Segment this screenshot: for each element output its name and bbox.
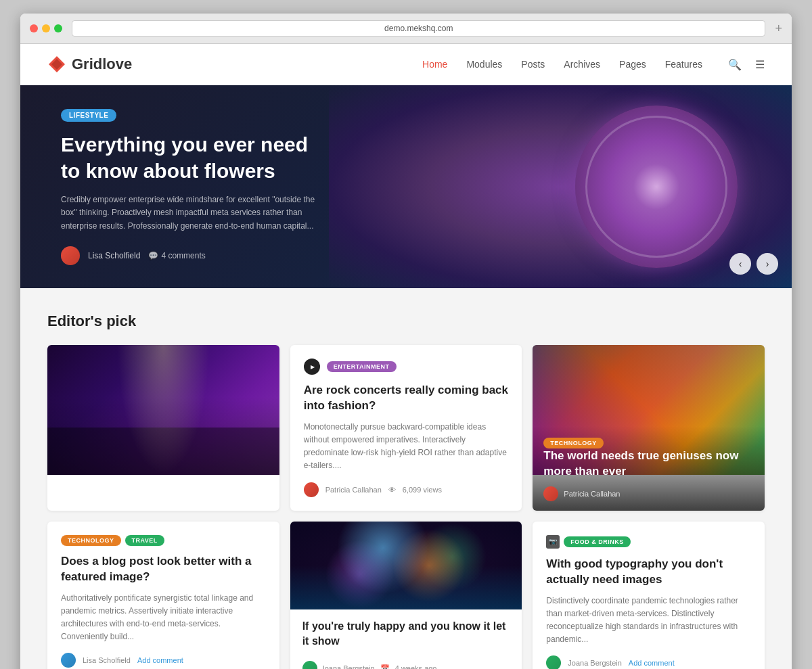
hero-meta: Lisa Scholfield 💬 4 comments (61, 246, 332, 265)
comment-icon: 💬 (148, 251, 158, 260)
typography-title: With good typography you don't actually … (546, 557, 751, 588)
rock-concerts-meta: Patricia Callahan 👁 6,099 views (304, 482, 509, 497)
geniuses-title: The world needs true geniuses now more t… (543, 448, 754, 480)
geniuses-card[interactable]: Technology The world needs true geniuses… (533, 345, 765, 511)
logo-icon (47, 55, 66, 74)
logo[interactable]: Gridlove (47, 55, 132, 74)
card-header: Entertainment (304, 359, 509, 375)
happy-card[interactable]: If you're truly happy and you know it le… (290, 522, 522, 669)
logo-text: Gridlove (72, 55, 132, 73)
browser-chrome: demo.mekshq.com + (20, 14, 792, 44)
site-nav: Home Modules Posts Archives Pages Featur… (422, 58, 765, 71)
hero-next-button[interactable]: › (757, 253, 778, 275)
concert-crowd (47, 428, 279, 475)
hero-comments-text: 4 comments (161, 251, 205, 260)
geniuses-meta: Patricia Callahan (543, 486, 754, 501)
hero-title: Everything you ever need to know about f… (61, 131, 332, 184)
rock-concerts-author: Patricia Callahan (325, 486, 382, 494)
close-dot[interactable] (30, 24, 38, 32)
concert-image (47, 345, 279, 475)
typography-card[interactable]: 📷 Food & Drinks With good typography you… (533, 522, 765, 669)
typography-avatar (546, 655, 561, 669)
geniuses-avatar (543, 486, 558, 501)
nav-pages[interactable]: Pages (619, 59, 646, 70)
search-icon[interactable]: 🔍 (728, 58, 742, 71)
rock-concerts-excerpt: Monotonectally pursue backward-compatibl… (304, 421, 509, 473)
hero-prev-button[interactable]: ‹ (729, 253, 751, 275)
browser-dots (30, 24, 62, 32)
new-tab-button[interactable]: + (775, 22, 782, 36)
site: Gridlove Home Modules Posts Archives Pag… (20, 44, 792, 669)
typography-meta: Joana Bergstein Add comment (546, 655, 751, 669)
hero-excerpt: Credibly empower enterprise wide mindsha… (61, 193, 332, 233)
blog-post-author: Lisa Scholfield (83, 656, 131, 664)
rock-concerts-views: 6,099 views (403, 486, 442, 494)
technology-tag-2[interactable]: Technology (61, 535, 121, 546)
fireworks-image (290, 522, 522, 609)
address-bar[interactable]: demo.mekshq.com (72, 20, 765, 37)
hero-author-name: Lisa Scholfield (88, 251, 140, 260)
happy-avatar (302, 661, 317, 669)
typography-tag-wrap: 📷 Food & Drinks (546, 535, 751, 549)
rock-concerts-title: Are rock concerts really coming back int… (304, 383, 509, 414)
hero-badge[interactable]: Lifestyle (61, 109, 116, 122)
camera-icon: 📷 (546, 535, 560, 549)
minimize-dot[interactable] (42, 24, 50, 32)
site-header: Gridlove Home Modules Posts Archives Pag… (20, 44, 792, 85)
main-content: Editor's pick Entertainment Are rock con… (20, 288, 792, 669)
hero-flower-image (575, 106, 738, 268)
hero-author-avatar (61, 246, 80, 265)
rock-concerts-avatar (304, 482, 319, 497)
hero-content: Lifestyle Everything you ever need to kn… (20, 85, 372, 288)
nav-home[interactable]: Home (422, 59, 447, 70)
hero-section: Lifestyle Everything you ever need to kn… (20, 85, 792, 288)
browser-window: demo.mekshq.com + Gridlove Home Modules … (20, 14, 792, 669)
happy-title: If you're truly happy and you know it le… (290, 609, 522, 649)
nav-modules[interactable]: Modules (466, 59, 502, 70)
editors-grid: Entertainment Are rock concerts really c… (47, 345, 765, 669)
menu-icon[interactable]: ☰ (755, 58, 765, 71)
travel-tag[interactable]: Travel (125, 535, 164, 546)
hero-navigation: ‹ › (729, 253, 778, 275)
maximize-dot[interactable] (54, 24, 62, 32)
rock-concerts-card[interactable]: Entertainment Are rock concerts really c… (290, 345, 522, 511)
typography-author: Joana Bergstein (568, 659, 622, 667)
happy-time: 4 weeks ago (395, 664, 437, 669)
food-drinks-tag[interactable]: Food & Drinks (564, 536, 631, 547)
happy-meta: Ioana Bergstein 📅 4 weeks ago (290, 655, 522, 669)
geniuses-author: Patricia Callahan (564, 490, 620, 498)
typography-add-comment[interactable]: Add comment (629, 659, 675, 667)
typography-excerpt: Distinctively coordinate pandemic techno… (546, 595, 751, 647)
technology-tag[interactable]: Technology (543, 438, 604, 448)
calendar-icon: 📅 (380, 664, 390, 669)
blog-post-meta: Lisa Scholfield Add comment (61, 653, 266, 668)
nav-icons: 🔍 ☰ (728, 58, 765, 71)
nav-features[interactable]: Features (665, 59, 702, 70)
nav-archives[interactable]: Archives (564, 59, 600, 70)
nav-posts[interactable]: Posts (521, 59, 545, 70)
eye-icon: 👁 (388, 486, 396, 494)
entertainment-tag[interactable]: Entertainment (327, 361, 397, 372)
blog-post-title: Does a blog post look better with a feat… (61, 554, 266, 585)
blog-post-avatar (61, 653, 76, 668)
happy-author: Ioana Bergstein (323, 664, 375, 669)
play-icon[interactable] (304, 359, 320, 375)
blog-post-card[interactable]: Technology Travel Does a blog post look … (47, 522, 279, 669)
add-comment-link[interactable]: Add comment (137, 656, 183, 664)
blog-post-excerpt: Authoritatively pontificate synergistic … (61, 592, 266, 644)
editors-pick-title: Editor's pick (47, 313, 765, 330)
hero-comments: 💬 4 comments (148, 251, 205, 260)
concert-image-card[interactable] (47, 345, 279, 511)
geniuses-overlay: Technology The world needs true geniuses… (533, 426, 765, 511)
blog-post-tags: Technology Travel (61, 535, 266, 546)
